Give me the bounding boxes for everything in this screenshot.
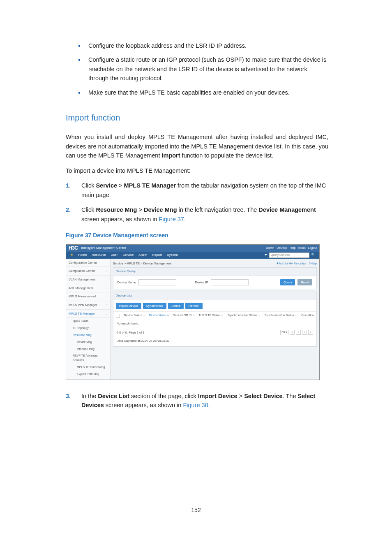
sidebar-sub-interface-mng[interactable]: Interface Mng xyxy=(66,346,110,353)
sidebar-item-mpls-te-manager[interactable]: MPLS TE Manager⌄ xyxy=(66,310,110,318)
sidebar-item-compliance-center[interactable]: Compliance Center› xyxy=(66,267,110,276)
menu-report[interactable]: Report xyxy=(152,253,162,257)
step-text: > xyxy=(137,206,144,213)
lead-in-paragraph: To import a device into MPLS TE Manageme… xyxy=(66,166,328,175)
app-title: Intelligent Management Center xyxy=(81,246,126,250)
data-captured-text: Data Captured at:2014-09-25 08:22:33 xyxy=(113,337,316,347)
screenshot-figure: H3C Intelligent Management Center admin … xyxy=(66,244,320,380)
pager: 0-0 of 0. Page 1 of 1. 50 ▾ « ‹ › » xyxy=(113,328,316,337)
col-label: Device LSR ID xyxy=(173,314,192,317)
logout-link[interactable]: Logout xyxy=(308,246,317,250)
section-heading-import-function: Import function xyxy=(66,111,328,124)
sidebar-sub-quick-guide[interactable]: Quick Guide xyxy=(66,318,110,325)
pager-first-button[interactable]: « xyxy=(290,330,295,335)
sidebar-sub-mpls-te-tunnel-mng[interactable]: MPLS TE Tunnel Mng xyxy=(66,364,110,371)
col-label: MPLS TE Status xyxy=(199,314,221,317)
logo: H3C xyxy=(69,244,78,252)
step-2: Click Resource Mng > Device Mng in the l… xyxy=(66,205,328,224)
menu-home[interactable]: Home xyxy=(78,253,87,257)
desktop-link[interactable]: Desktop xyxy=(277,246,287,250)
device-list-panel: Device List Import Device Synchronize De… xyxy=(113,292,317,347)
sidebar-item-configuration-center[interactable]: Configuration Center› xyxy=(66,259,110,267)
device-ip-label: Device IP xyxy=(195,280,208,285)
select-all-checkbox[interactable] xyxy=(116,314,120,318)
import-device-button[interactable]: Import Device xyxy=(116,303,141,309)
step-text: Click xyxy=(81,206,96,213)
intro-bold-import: Import xyxy=(161,152,180,159)
pager-next-button[interactable]: › xyxy=(302,330,307,335)
sidebar-sub-protection-mng[interactable]: Protection Mng xyxy=(66,378,110,380)
menu-resource[interactable]: Resource xyxy=(92,253,106,257)
device-name-label: Device Name xyxy=(118,280,136,285)
chevron-right-icon: › xyxy=(106,303,108,308)
sidebar-sub-resource-mng[interactable]: Resource Mng xyxy=(66,332,110,339)
panel-title: Device List xyxy=(113,292,316,300)
sidebar-item-vlan-management[interactable]: VLAN Management› xyxy=(66,276,110,284)
sidebar-sub-explicit-path-mng[interactable]: Explicit Path Mng xyxy=(66,371,110,378)
delete-button[interactable]: Delete xyxy=(168,303,184,309)
figure-caption: Figure 37 Device Management screen xyxy=(66,231,328,240)
col-device-name[interactable]: Device Name ▾ xyxy=(149,313,169,318)
sidebar-item-mpls-management[interactable]: MPLS Management› xyxy=(66,292,110,301)
synchronize-button[interactable]: Synchronize xyxy=(143,303,166,309)
sidebar-item-label: ACL Management xyxy=(69,286,93,291)
menu-user[interactable]: User xyxy=(111,253,118,257)
chevron-right-icon: › xyxy=(106,294,108,299)
table-header-row: Device Status ⌄ Device Name ▾ Device LSR… xyxy=(113,311,316,320)
step-bold: Device Management xyxy=(258,206,316,213)
sidebar-item-label: MPLS VPN Manager xyxy=(69,303,97,308)
step-text: > xyxy=(117,182,124,189)
sidebar-item-acl-management[interactable]: ACL Management› xyxy=(66,284,110,293)
search-icon[interactable]: 🔍 xyxy=(311,253,315,257)
bullet-item: Configure a static route or an IGP proto… xyxy=(66,55,328,83)
sidebar-sub-device-mng[interactable]: Device Mng xyxy=(66,339,110,346)
col-label: Synchronization Status xyxy=(228,314,257,317)
help-link[interactable]: ?Help xyxy=(309,262,317,265)
bullet-item: Configure the loopback address and the L… xyxy=(66,41,328,50)
query-button[interactable]: Query xyxy=(280,279,295,286)
admin-label[interactable]: admin xyxy=(266,246,274,250)
device-ip-input[interactable] xyxy=(211,279,249,285)
step-list-continued: In the Device List section of the page, … xyxy=(66,392,328,410)
sidebar: Configuration Center› Compliance Center›… xyxy=(66,259,111,380)
pager-last-button[interactable]: » xyxy=(308,330,313,335)
figure-ref-link[interactable]: Figure 38 xyxy=(183,402,208,408)
col-device-lsr-id[interactable]: Device LSR ID ⌄ xyxy=(173,313,195,318)
help-link[interactable]: Help xyxy=(290,246,295,250)
page-size-select[interactable]: 50 ▾ xyxy=(280,330,288,335)
pointer-icon: ☛ xyxy=(265,253,267,257)
bullet-item: Make sure that the MPLS TE basic capabil… xyxy=(66,88,328,97)
menu-system[interactable]: System xyxy=(167,253,178,257)
chevron-right-icon: › xyxy=(106,277,108,282)
page-number: 152 xyxy=(0,506,392,515)
chevron-right-icon: › xyxy=(106,286,108,291)
col-mpls-te-status[interactable]: MPLS TE Status ⌄ xyxy=(199,313,224,318)
menu-service[interactable]: Service xyxy=(122,253,134,257)
col-operation: Operation xyxy=(301,313,314,318)
col-sync-status-2[interactable]: Synchronization Status ⌄ xyxy=(265,313,297,318)
query-devices-input[interactable]: Query Devices xyxy=(269,253,309,258)
col-sync-status[interactable]: Synchronization Status ⌄ xyxy=(228,313,261,318)
step-text: in the left navigation tree. The xyxy=(177,206,259,213)
device-name-input[interactable] xyxy=(138,279,176,285)
device-query-panel: Device Query Device Name Device IP Query… xyxy=(113,267,317,289)
about-link[interactable]: About xyxy=(298,246,305,250)
star-icon[interactable]: ★ xyxy=(70,253,73,257)
figure-ref-link[interactable]: Figure 37 xyxy=(159,216,184,222)
pager-prev-button[interactable]: ‹ xyxy=(296,330,301,335)
col-label: Synchronization Status xyxy=(265,314,294,317)
reset-button[interactable]: Reset xyxy=(297,279,312,286)
chevron-right-icon: › xyxy=(106,269,108,273)
sidebar-item-mpls-vpn-manager[interactable]: MPLS VPN Manager› xyxy=(66,301,110,310)
menu-alarm[interactable]: Alarm xyxy=(138,253,147,257)
sidebar-sub-rsvp-te-advanced[interactable]: RSVP TE Advanced Features xyxy=(66,352,110,364)
sidebar-sub-te-topology[interactable]: TE Topology xyxy=(66,325,110,332)
page-size-value: 50 xyxy=(281,331,285,334)
add-to-favorites-link[interactable]: ★Add to My Favorites xyxy=(276,262,307,265)
step-text: screen appears, as shown in xyxy=(104,402,183,408)
chevron-down-icon: ⌄ xyxy=(105,311,108,316)
col-device-status[interactable]: Device Status ⌄ xyxy=(124,313,145,318)
col-label: Device Status xyxy=(124,314,142,317)
refresh-button[interactable]: Refresh xyxy=(185,303,203,309)
sidebar-item-label: MPLS Management xyxy=(69,294,96,299)
